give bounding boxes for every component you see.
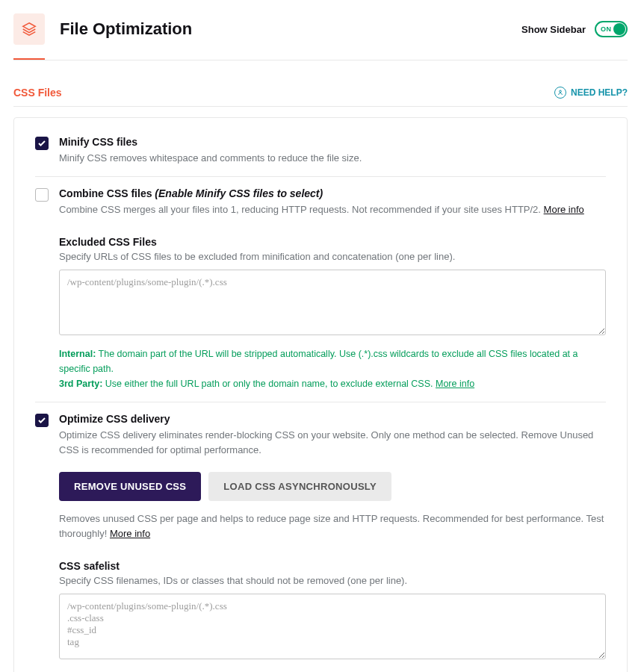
css-options-panel: Minify CSS files Minify CSS removes whit… [13, 117, 628, 672]
minify-css-checkbox[interactable] [35, 137, 49, 150]
toggle-knob [613, 23, 625, 35]
optimize-css-checkbox[interactable] [35, 414, 49, 427]
excluded-css-title: Excluded CSS Files [59, 236, 606, 248]
optimize-more-info-link[interactable]: More info [110, 528, 150, 539]
combine-more-info-link[interactable]: More info [544, 204, 584, 215]
need-help-text: NEED HELP? [571, 87, 628, 98]
load-css-async-button[interactable]: LOAD CSS ASYNCHRONOUSLY [208, 472, 391, 501]
note-3rdparty-text: Use either the full URL path or only the… [105, 379, 433, 389]
combine-css-title-text: Combine CSS files [59, 187, 152, 199]
excluded-css-block: Excluded CSS Files Specify URLs of CSS f… [59, 236, 606, 391]
svg-point-1 [560, 90, 562, 93]
css-safelist-title: CSS safelist [59, 560, 606, 572]
note-internal-label: Internal: [59, 349, 96, 359]
option-optimize-css: Optimize CSS delivery Optimize CSS deliv… [35, 402, 606, 672]
layers-icon [13, 13, 45, 45]
divider [13, 106, 628, 107]
note-internal-text: The domain part of the URL will be strip… [59, 349, 578, 374]
page-title: File Optimization [60, 19, 192, 39]
combine-css-checkbox[interactable] [35, 188, 49, 202]
help-icon [554, 87, 566, 99]
combine-css-title: Combine CSS files (Enable Minify CSS fil… [59, 187, 606, 199]
svg-marker-0 [23, 23, 36, 30]
excluded-css-note: Internal: The domain part of the URL wil… [59, 346, 606, 391]
page-header: File Optimization Show Sidebar ON [13, 13, 628, 58]
option-minify-css: Minify CSS files Minify CSS removes whit… [35, 136, 606, 176]
minify-css-title: Minify CSS files [59, 136, 606, 148]
excluded-css-textarea[interactable] [59, 270, 606, 335]
css-safelist-block: CSS safelist Specify CSS filenames, IDs … [59, 560, 606, 662]
css-safelist-textarea[interactable] [59, 594, 606, 659]
section-title-css-files: CSS Files [13, 87, 62, 99]
note-3rdparty-label: 3rd Party: [59, 379, 102, 389]
show-sidebar-toggle[interactable]: ON [595, 21, 628, 37]
remove-unused-css-desc: Removes unused CSS per page and helps to… [59, 511, 606, 541]
show-sidebar-label: Show Sidebar [521, 24, 586, 35]
need-help-link[interactable]: NEED HELP? [554, 87, 628, 99]
remove-unused-css-button[interactable]: REMOVE UNUSED CSS [59, 472, 201, 501]
css-delivery-method-buttons: REMOVE UNUSED CSS LOAD CSS ASYNCHRONOUSL… [59, 472, 606, 501]
divider [13, 60, 628, 60]
toggle-on-text: ON [601, 25, 612, 33]
excluded-css-desc: Specify URLs of CSS files to be excluded… [59, 251, 606, 262]
minify-css-desc: Minify CSS removes whitespace and commen… [59, 151, 606, 166]
optimize-css-title: Optimize CSS delivery [59, 413, 606, 425]
excluded-more-info-link[interactable]: More info [436, 379, 474, 389]
css-safelist-desc: Specify CSS filenames, IDs or classes th… [59, 575, 606, 586]
optimize-css-desc: Optimize CSS delivery eliminates render-… [59, 428, 606, 457]
option-combine-css: Combine CSS files (Enable Minify CSS fil… [35, 176, 606, 402]
combine-css-desc: Combine CSS merges all your files into 1… [59, 202, 606, 217]
combine-css-hint: (Enable Minify CSS files to select) [155, 187, 323, 199]
